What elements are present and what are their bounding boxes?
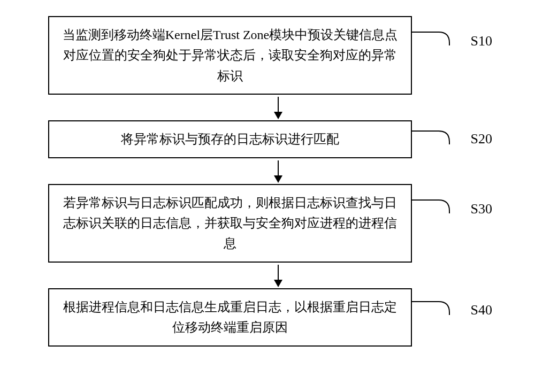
arrow-1	[96, 95, 460, 120]
step-text-4: 根据进程信息和日志信息生成重启日志，以根据重启日志定位移动终端重启原因	[63, 300, 397, 334]
step-box-2: 将异常标识与预存的日志标识进行匹配	[48, 120, 412, 158]
step-label-2: S20	[471, 131, 492, 147]
step-text-1: 当监测到移动终端Kernel层Trust Zone模块中预设关键信息点对应位置的…	[63, 28, 398, 83]
step-text-3: 若异常标识与日志标识匹配成功，则根据日志标识查找与日志标识关联的日志信息，并获取…	[63, 196, 397, 251]
step-box-1: 当监测到移动终端Kernel层Trust Zone模块中预设关键信息点对应位置的…	[48, 16, 412, 95]
flowchart-container: 当监测到移动终端Kernel层Trust Zone模块中预设关键信息点对应位置的…	[27, 16, 508, 347]
step-label-1: S10	[471, 33, 492, 49]
step-box-4: 根据进程信息和日志信息生成重启日志，以根据重启日志定位移动终端重启原因	[48, 288, 412, 347]
step-row-2: 将异常标识与预存的日志标识进行匹配 S20	[27, 120, 508, 158]
step-box-3: 若异常标识与日志标识匹配成功，则根据日志标识查找与日志标识关联的日志信息，并获取…	[48, 184, 412, 263]
step-row-3: 若异常标识与日志标识匹配成功，则根据日志标识查找与日志标识关联的日志信息，并获取…	[27, 184, 508, 263]
arrow-3	[96, 263, 460, 288]
step-text-2: 将异常标识与预存的日志标识进行匹配	[121, 132, 339, 146]
arrow-2	[96, 158, 460, 184]
step-label-4: S40	[471, 302, 492, 318]
step-row-1: 当监测到移动终端Kernel层Trust Zone模块中预设关键信息点对应位置的…	[27, 16, 508, 95]
step-label-3: S30	[471, 201, 492, 217]
step-row-4: 根据进程信息和日志信息生成重启日志，以根据重启日志定位移动终端重启原因 S40	[27, 288, 508, 347]
